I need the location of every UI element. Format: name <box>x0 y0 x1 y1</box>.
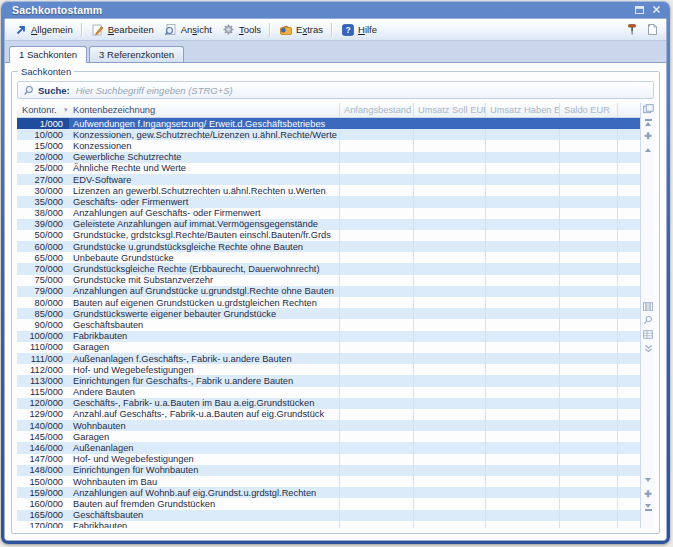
column-header-umsatz-haben[interactable]: Umsatz Haben EUR <box>485 103 559 117</box>
cell-umsatz-haben[interactable] <box>485 174 559 185</box>
cell-kontonr[interactable]: 30/000 <box>17 185 69 196</box>
cell-anfangsbestand[interactable] <box>339 118 413 129</box>
row-up-icon[interactable] <box>641 144 655 156</box>
cell-kontenbezeichnung[interactable]: Grundstückswerte eigener bebauter Grunds… <box>69 308 339 319</box>
cell-saldo[interactable] <box>559 521 617 528</box>
note-icon[interactable] <box>644 22 660 37</box>
table-row[interactable]: 35/000Geschäfts- oder Firmenwert <box>17 196 640 207</box>
cell-kontenbezeichnung[interactable]: Hof- und Wegebefestigungen <box>69 364 339 375</box>
cell-kontonr[interactable]: 160/000 <box>17 498 69 509</box>
cell-umsatz-haben[interactable] <box>485 521 559 528</box>
cell-saldo[interactable] <box>559 465 617 476</box>
cell-kontenbezeichnung[interactable]: Grundstücke u.grundstücksgleiche Rechte … <box>69 241 339 252</box>
cell-kontenbezeichnung[interactable]: Fabrikbauten <box>69 521 339 528</box>
cell-anfangsbestand[interactable] <box>339 263 413 274</box>
cell-umsatz-soll[interactable] <box>413 219 485 230</box>
cell-kontenbezeichnung[interactable]: Wohnbauten im Bau <box>69 476 339 487</box>
column-header-umsatz-soll[interactable]: Umsatz Soll EUR <box>413 103 485 117</box>
cell-umsatz-haben[interactable] <box>485 286 559 297</box>
cell-umsatz-soll[interactable] <box>413 331 485 342</box>
cell-saldo[interactable] <box>559 252 617 263</box>
table-row[interactable]: 165/000Geschäftsbauten <box>17 510 640 521</box>
table-row[interactable]: 147/000Hof- und Wegebefestigungen <box>17 454 640 465</box>
cell-anfangsbestand[interactable] <box>339 140 413 151</box>
cell-kontenbezeichnung[interactable]: Geschäfts- oder Firmenwert <box>69 196 339 207</box>
cell-kontonr[interactable]: 140/000 <box>17 420 69 431</box>
cell-umsatz-soll[interactable] <box>413 442 485 453</box>
cell-anfangsbestand[interactable] <box>339 398 413 409</box>
cell-umsatz-haben[interactable] <box>485 420 559 431</box>
cell-kontonr[interactable]: 65/000 <box>17 252 69 263</box>
cell-umsatz-haben[interactable] <box>485 208 559 219</box>
cell-saldo[interactable] <box>559 420 617 431</box>
cell-saldo[interactable] <box>559 275 617 286</box>
cell-umsatz-soll[interactable] <box>413 398 485 409</box>
table-row[interactable]: 27/000EDV-Software <box>17 174 640 185</box>
restore-icon[interactable] <box>632 4 646 16</box>
cell-anfangsbestand[interactable] <box>339 286 413 297</box>
scroll-to-top-icon[interactable] <box>641 116 655 128</box>
cell-saldo[interactable] <box>559 140 617 151</box>
cell-umsatz-soll[interactable] <box>413 420 485 431</box>
cell-umsatz-haben[interactable] <box>485 319 559 330</box>
cell-saldo[interactable] <box>559 208 617 219</box>
cell-kontonr[interactable]: 145/000 <box>17 431 69 442</box>
cell-umsatz-soll[interactable] <box>413 140 485 151</box>
cell-kontenbezeichnung[interactable]: Grundstücksgleiche Rechte (Erbbaurecht, … <box>69 263 339 274</box>
table-row[interactable]: 140/000Wohnbauten <box>17 420 640 431</box>
cell-umsatz-soll[interactable] <box>413 297 485 308</box>
column-header-anfangsbestand[interactable]: Anfangsbestand EUR <box>339 103 413 117</box>
cell-umsatz-haben[interactable] <box>485 510 559 521</box>
cell-kontenbezeichnung[interactable]: Geschäftsbauten <box>69 510 339 521</box>
cell-kontenbezeichnung[interactable]: Wohnbauten <box>69 420 339 431</box>
cell-umsatz-haben[interactable] <box>485 364 559 375</box>
table-row[interactable]: 30/000Lizenzen an gewerbl.Schutzrechten … <box>17 185 640 196</box>
table-row[interactable]: 1/000Aufwendungen f.Ingangsetzung/ Erwei… <box>17 118 640 129</box>
cell-kontonr[interactable]: 90/000 <box>17 319 69 330</box>
table-row[interactable]: 113/000Einrichtungen für Geschäfts-, Fab… <box>17 375 640 386</box>
table-row[interactable]: 112/000Hof- und Wegebefestigungen <box>17 364 640 375</box>
cell-kontonr[interactable]: 60/000 <box>17 241 69 252</box>
cell-kontonr[interactable]: 85/000 <box>17 308 69 319</box>
cell-saldo[interactable] <box>559 152 617 163</box>
cell-anfangsbestand[interactable] <box>339 230 413 241</box>
cell-kontenbezeichnung[interactable]: Außenanlagen <box>69 442 339 453</box>
cell-kontonr[interactable]: 111/000 <box>17 353 69 364</box>
cell-umsatz-haben[interactable] <box>485 375 559 386</box>
cell-umsatz-haben[interactable] <box>485 252 559 263</box>
cell-umsatz-soll[interactable] <box>413 185 485 196</box>
cell-saldo[interactable] <box>559 118 617 129</box>
cell-umsatz-soll[interactable] <box>413 409 485 420</box>
cell-kontenbezeichnung[interactable]: Aufwendungen f.Ingangsetzung/ Erweit.d.G… <box>69 118 339 129</box>
cell-umsatz-haben[interactable] <box>485 185 559 196</box>
cell-anfangsbestand[interactable] <box>339 521 413 528</box>
cell-saldo[interactable] <box>559 510 617 521</box>
cell-anfangsbestand[interactable] <box>339 465 413 476</box>
cell-kontonr[interactable]: 113/000 <box>17 375 69 386</box>
cell-saldo[interactable] <box>559 163 617 174</box>
cell-umsatz-haben[interactable] <box>485 487 559 498</box>
table-row[interactable]: 115/000Andere Bauten <box>17 387 640 398</box>
cell-umsatz-haben[interactable] <box>485 387 559 398</box>
cell-kontenbezeichnung[interactable]: Einrichtungen für Geschäfts-, Fabrik u.a… <box>69 375 339 386</box>
cell-kontonr[interactable]: 165/000 <box>17 510 69 521</box>
cell-saldo[interactable] <box>559 387 617 398</box>
cell-saldo[interactable] <box>559 196 617 207</box>
cell-anfangsbestand[interactable] <box>339 163 413 174</box>
cell-kontenbezeichnung[interactable]: Anzahlungen auf Geschäfts- oder Firmenwe… <box>69 208 339 219</box>
cell-anfangsbestand[interactable] <box>339 498 413 509</box>
cell-kontenbezeichnung[interactable]: Geleistete Anzahlungen auf immat.Vermöge… <box>69 219 339 230</box>
cell-kontenbezeichnung[interactable]: Anzahl.auf Geschäfts-, Fabrik-u.a.Bauten… <box>69 409 339 420</box>
cell-kontonr[interactable]: 159/000 <box>17 487 69 498</box>
cell-kontonr[interactable]: 25/000 <box>17 163 69 174</box>
cell-anfangsbestand[interactable] <box>339 409 413 420</box>
cell-umsatz-soll[interactable] <box>413 163 485 174</box>
cell-umsatz-haben[interactable] <box>485 454 559 465</box>
cell-kontenbezeichnung[interactable]: Grundstücke, grdstcksgl.Rechte/Bauten ei… <box>69 230 339 241</box>
cell-kontonr[interactable]: 112/000 <box>17 364 69 375</box>
cell-kontenbezeichnung[interactable]: Einrichtungen für Wohnbauten <box>69 465 339 476</box>
cell-anfangsbestand[interactable] <box>339 297 413 308</box>
cell-umsatz-haben[interactable] <box>485 140 559 151</box>
table-row[interactable]: 120/000Geschäfts-, Fabrik- u.a.Bauten im… <box>17 398 640 409</box>
cell-umsatz-soll[interactable] <box>413 364 485 375</box>
